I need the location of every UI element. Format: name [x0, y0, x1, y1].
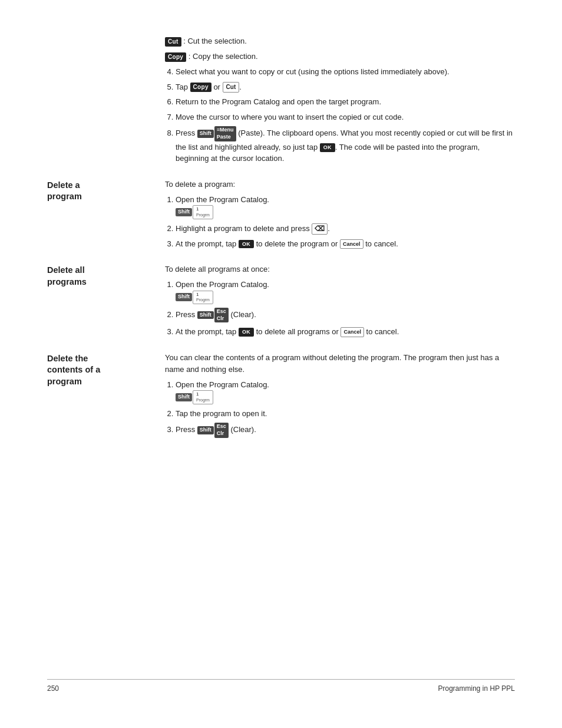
ok-key-inline: OK	[320, 143, 335, 152]
program-key: 1Progrm	[193, 205, 213, 219]
page-footer: 250 Programming in HP PPL	[47, 679, 515, 693]
intro-right: Cut : Cut the selection. Copy : Copy the…	[165, 35, 515, 168]
delete-a-program-heading-col: Delete aprogram	[47, 179, 165, 253]
shift-key: Shift	[176, 208, 192, 216]
shift-esc-combo-2: ShiftEscClr	[197, 423, 229, 437]
page: Cut : Cut the selection. Copy : Copy the…	[0, 0, 562, 728]
esc-clear-icon: EscClr	[214, 308, 229, 322]
copy-line: Copy : Copy the selection.	[165, 51, 515, 62]
cut-line: Cut : Cut the selection.	[165, 35, 515, 47]
dap-step-2: Highlight a program to delete and press …	[176, 223, 515, 235]
dall-step-1: Open the Program Catalog. Shift 1Progrm	[176, 279, 515, 304]
intro-step-4: Select what you want to copy or cut (usi…	[176, 66, 515, 78]
shift-esc-combo: ShiftEscClr	[197, 308, 229, 322]
intro-step-6: Return to the Program Catalog and open t…	[176, 96, 515, 108]
dc-step-2: Tap the program to open it.	[176, 408, 515, 420]
cut-desc: : Cut the selection.	[183, 37, 247, 45]
dall-step-3: At the prompt, tap OK to delete all prog…	[176, 326, 515, 338]
delete-contents-heading: Delete thecontents of aprogram	[47, 353, 147, 388]
page-number: 250	[47, 684, 59, 693]
copy-key: Copy	[190, 83, 211, 92]
delete-contents-intro: You can clear the contents of a program …	[165, 352, 515, 375]
shift-key-3: Shift	[176, 393, 192, 401]
cancel-key-dall: Cancel	[340, 327, 364, 337]
ok-key-dall: OK	[239, 328, 254, 337]
delete-contents-heading-col: Delete thecontents of aprogram	[47, 352, 165, 442]
intro-left	[47, 35, 165, 168]
shift-menu-combo: Shift≡MenuPaste	[197, 126, 236, 141]
delete-all-programs-heading-col: Delete allprograms	[47, 263, 165, 341]
shift-key-2: Shift	[176, 293, 192, 301]
delete-contents-section: Delete thecontents of aprogram You can c…	[47, 352, 515, 442]
delete-all-programs-content: To delete all programs at once: Open the…	[165, 263, 515, 341]
shift-1-combo-3: Shift 1Progrm	[176, 390, 213, 404]
shift-icon-3: Shift	[197, 426, 214, 434]
dc-step-1: Open the Program Catalog. Shift 1Progrm	[176, 379, 515, 404]
esc-clear-icon-2: EscClr	[214, 423, 229, 437]
menu-paste-icon: ≡MenuPaste	[214, 126, 236, 141]
ok-key-dap: OK	[239, 240, 254, 249]
dap-step-3: At the prompt, tap OK to delete the prog…	[176, 238, 515, 250]
program-key-2: 1Progrm	[193, 291, 213, 304]
copy-desc: : Copy the selection.	[189, 52, 258, 61]
delete-all-programs-steps: Open the Program Catalog. Shift 1Progrm …	[176, 279, 515, 338]
delete-all-programs-section: Delete allprograms To delete all program…	[47, 263, 515, 341]
delete-all-programs-intro: To delete all programs at once:	[165, 263, 515, 275]
dall-step-2: Press ShiftEscClr (Clear).	[176, 308, 515, 322]
backspace-key: ⌫	[312, 223, 328, 235]
intro-section: Cut : Cut the selection. Copy : Copy the…	[47, 35, 515, 168]
delete-a-program-heading: Delete aprogram	[47, 180, 147, 203]
delete-all-programs-heading: Delete allprograms	[47, 265, 147, 288]
shift-icon-2: Shift	[197, 311, 214, 319]
intro-step-7: Move the cursor to where you want to ins…	[176, 111, 515, 123]
delete-contents-content: You can clear the contents of a program …	[165, 352, 515, 442]
copy-button-label: Copy	[165, 52, 186, 62]
shift-1-combo-2: Shift 1Progrm	[176, 291, 213, 304]
cut-key: Cut	[223, 82, 240, 93]
dc-step-3: Press ShiftEscClr (Clear).	[176, 423, 515, 437]
shift-icon: Shift	[197, 130, 214, 138]
content-area: Cut : Cut the selection. Copy : Copy the…	[47, 35, 515, 679]
cancel-key-dap: Cancel	[340, 239, 363, 249]
intro-step-5: Tap Copy or Cut.	[176, 81, 515, 93]
intro-steps-list: Select what you want to copy or cut (usi…	[176, 66, 515, 164]
delete-a-program-steps: Open the Program Catalog. Shift 1Progrm …	[176, 194, 515, 249]
footer-title: Programming in HP PPL	[438, 684, 515, 693]
cut-button-label: Cut	[165, 37, 181, 47]
dap-step-1: Open the Program Catalog. Shift 1Progrm	[176, 194, 515, 219]
delete-a-program-section: Delete aprogram To delete a program: Ope…	[47, 179, 515, 253]
intro-step-8: Press Shift≡MenuPaste (Paste). The clipb…	[176, 126, 515, 164]
delete-a-program-intro: To delete a program:	[165, 179, 515, 190]
shift-1-combo: Shift 1Progrm	[176, 205, 213, 219]
delete-contents-steps: Open the Program Catalog. Shift 1Progrm …	[176, 379, 515, 438]
program-key-3: 1Progrm	[193, 390, 213, 404]
delete-a-program-content: To delete a program: Open the Program Ca…	[165, 179, 515, 253]
